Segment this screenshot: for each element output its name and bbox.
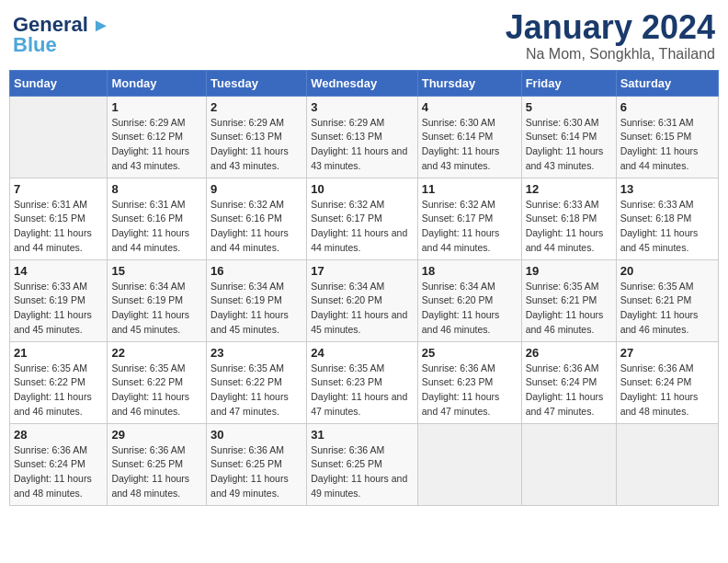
day-cell: 1Sunrise: 6:29 AMSunset: 6:12 PMDaylight… — [108, 96, 207, 178]
day-info: Sunrise: 6:35 AMSunset: 6:22 PMDaylight:… — [14, 362, 103, 419]
day-cell: 13Sunrise: 6:33 AMSunset: 6:18 PMDayligh… — [616, 178, 718, 259]
day-info: Sunrise: 6:36 AMSunset: 6:25 PMDaylight:… — [111, 443, 202, 501]
day-cell: 24Sunrise: 6:35 AMSunset: 6:23 PMDayligh… — [307, 341, 418, 423]
day-info: Sunrise: 6:29 AMSunset: 6:12 PMDaylight:… — [111, 116, 202, 174]
day-cell: 18Sunrise: 6:34 AMSunset: 6:20 PMDayligh… — [417, 259, 521, 341]
day-info: Sunrise: 6:32 AMSunset: 6:17 PMDaylight:… — [311, 198, 414, 256]
day-cell: 21Sunrise: 6:35 AMSunset: 6:22 PMDayligh… — [10, 341, 108, 423]
day-number: 10 — [311, 182, 414, 196]
day-info: Sunrise: 6:34 AMSunset: 6:19 PMDaylight:… — [210, 280, 302, 338]
day-number: 22 — [111, 346, 202, 360]
day-number: 7 — [14, 182, 103, 196]
calendar-title: January 2024 — [506, 9, 715, 46]
day-info: Sunrise: 6:35 AMSunset: 6:22 PMDaylight:… — [111, 362, 202, 419]
day-info: Sunrise: 6:35 AMSunset: 6:23 PMDaylight:… — [311, 362, 414, 419]
day-info: Sunrise: 6:31 AMSunset: 6:15 PMDaylight:… — [14, 198, 103, 256]
day-cell: 28Sunrise: 6:36 AMSunset: 6:24 PMDayligh… — [10, 423, 108, 505]
header-row: SundayMondayTuesdayWednesdayThursdayFrid… — [10, 70, 719, 96]
day-info: Sunrise: 6:30 AMSunset: 6:14 PMDaylight:… — [422, 116, 518, 174]
day-info: Sunrise: 6:36 AMSunset: 6:24 PMDaylight:… — [526, 362, 612, 419]
day-cell: 2Sunrise: 6:29 AMSunset: 6:13 PMDaylight… — [207, 96, 307, 178]
day-info: Sunrise: 6:33 AMSunset: 6:18 PMDaylight:… — [620, 198, 714, 256]
day-info: Sunrise: 6:33 AMSunset: 6:18 PMDaylight:… — [526, 198, 612, 256]
day-number: 23 — [210, 346, 302, 360]
day-cell: 20Sunrise: 6:35 AMSunset: 6:21 PMDayligh… — [616, 259, 718, 341]
title-block: January 2024 Na Mom, Songkhla, Thailand — [506, 9, 715, 63]
day-number: 28 — [14, 428, 103, 442]
logo-bird-icon: ► — [92, 15, 110, 36]
day-number: 3 — [311, 100, 414, 114]
day-info: Sunrise: 6:35 AMSunset: 6:21 PMDaylight:… — [620, 280, 714, 338]
day-number: 14 — [14, 264, 103, 278]
day-info: Sunrise: 6:34 AMSunset: 6:19 PMDaylight:… — [111, 280, 202, 338]
day-cell: 30Sunrise: 6:36 AMSunset: 6:25 PMDayligh… — [207, 423, 307, 505]
day-info: Sunrise: 6:36 AMSunset: 6:24 PMDaylight:… — [620, 362, 714, 419]
day-cell: 23Sunrise: 6:35 AMSunset: 6:22 PMDayligh… — [207, 341, 307, 423]
week-row-4: 21Sunrise: 6:35 AMSunset: 6:22 PMDayligh… — [10, 341, 719, 423]
day-cell: 31Sunrise: 6:36 AMSunset: 6:25 PMDayligh… — [307, 423, 418, 505]
day-number: 30 — [210, 428, 302, 442]
day-number: 13 — [620, 182, 714, 196]
day-info: Sunrise: 6:35 AMSunset: 6:22 PMDaylight:… — [210, 362, 302, 419]
day-cell: 15Sunrise: 6:34 AMSunset: 6:19 PMDayligh… — [108, 259, 207, 341]
week-row-1: 1Sunrise: 6:29 AMSunset: 6:12 PMDaylight… — [10, 96, 719, 178]
day-info: Sunrise: 6:29 AMSunset: 6:13 PMDaylight:… — [311, 116, 414, 174]
day-info: Sunrise: 6:36 AMSunset: 6:25 PMDaylight:… — [210, 443, 302, 501]
day-cell: 29Sunrise: 6:36 AMSunset: 6:25 PMDayligh… — [108, 423, 207, 505]
day-cell: 6Sunrise: 6:31 AMSunset: 6:15 PMDaylight… — [616, 96, 718, 178]
day-number: 26 — [526, 346, 612, 360]
day-number: 12 — [526, 182, 612, 196]
day-cell: 12Sunrise: 6:33 AMSunset: 6:18 PMDayligh… — [521, 178, 616, 259]
day-cell: 7Sunrise: 6:31 AMSunset: 6:15 PMDaylight… — [10, 178, 108, 259]
day-info: Sunrise: 6:35 AMSunset: 6:21 PMDaylight:… — [526, 280, 612, 338]
day-info: Sunrise: 6:29 AMSunset: 6:13 PMDaylight:… — [210, 116, 302, 174]
day-cell: 16Sunrise: 6:34 AMSunset: 6:19 PMDayligh… — [207, 259, 307, 341]
day-cell: 8Sunrise: 6:31 AMSunset: 6:16 PMDaylight… — [108, 178, 207, 259]
day-cell: 5Sunrise: 6:30 AMSunset: 6:14 PMDaylight… — [521, 96, 616, 178]
day-cell: 19Sunrise: 6:35 AMSunset: 6:21 PMDayligh… — [521, 259, 616, 341]
day-number: 17 — [311, 264, 414, 278]
day-cell: 11Sunrise: 6:32 AMSunset: 6:17 PMDayligh… — [417, 178, 521, 259]
day-info: Sunrise: 6:31 AMSunset: 6:16 PMDaylight:… — [111, 198, 202, 256]
day-number: 6 — [620, 100, 714, 114]
week-row-3: 14Sunrise: 6:33 AMSunset: 6:19 PMDayligh… — [10, 259, 719, 341]
day-number: 4 — [422, 100, 518, 114]
day-cell: 25Sunrise: 6:36 AMSunset: 6:23 PMDayligh… — [417, 341, 521, 423]
column-header-saturday: Saturday — [616, 70, 718, 96]
day-number: 18 — [422, 264, 518, 278]
day-number: 31 — [311, 428, 414, 442]
day-number: 19 — [526, 264, 612, 278]
day-cell: 10Sunrise: 6:32 AMSunset: 6:17 PMDayligh… — [307, 178, 418, 259]
day-number: 20 — [620, 264, 714, 278]
logo: General ► Blue — [13, 13, 110, 57]
day-info: Sunrise: 6:36 AMSunset: 6:24 PMDaylight:… — [14, 443, 103, 501]
day-cell: 17Sunrise: 6:34 AMSunset: 6:20 PMDayligh… — [307, 259, 418, 341]
week-row-5: 28Sunrise: 6:36 AMSunset: 6:24 PMDayligh… — [10, 423, 719, 505]
calendar-subtitle: Na Mom, Songkhla, Thailand — [506, 46, 715, 63]
column-header-friday: Friday — [521, 70, 616, 96]
day-info: Sunrise: 6:31 AMSunset: 6:15 PMDaylight:… — [620, 116, 714, 174]
day-cell: 4Sunrise: 6:30 AMSunset: 6:14 PMDaylight… — [417, 96, 521, 178]
day-number: 25 — [422, 346, 518, 360]
column-header-thursday: Thursday — [417, 70, 521, 96]
day-number: 5 — [526, 100, 612, 114]
column-header-tuesday: Tuesday — [207, 70, 307, 96]
day-info: Sunrise: 6:34 AMSunset: 6:20 PMDaylight:… — [422, 280, 518, 338]
day-cell: 22Sunrise: 6:35 AMSunset: 6:22 PMDayligh… — [108, 341, 207, 423]
column-header-wednesday: Wednesday — [307, 70, 418, 96]
day-info: Sunrise: 6:36 AMSunset: 6:25 PMDaylight:… — [311, 443, 414, 501]
day-info: Sunrise: 6:33 AMSunset: 6:19 PMDaylight:… — [14, 280, 103, 338]
day-cell — [417, 423, 521, 505]
day-cell — [616, 423, 718, 505]
day-number: 2 — [210, 100, 302, 114]
day-cell: 3Sunrise: 6:29 AMSunset: 6:13 PMDaylight… — [307, 96, 418, 178]
day-number: 24 — [311, 346, 414, 360]
day-info: Sunrise: 6:30 AMSunset: 6:14 PMDaylight:… — [526, 116, 612, 174]
day-number: 27 — [620, 346, 714, 360]
day-cell — [10, 96, 108, 178]
day-number: 8 — [111, 182, 202, 196]
day-info: Sunrise: 6:36 AMSunset: 6:23 PMDaylight:… — [422, 362, 518, 419]
day-cell: 27Sunrise: 6:36 AMSunset: 6:24 PMDayligh… — [616, 341, 718, 423]
day-number: 29 — [111, 428, 202, 442]
day-number: 21 — [14, 346, 103, 360]
